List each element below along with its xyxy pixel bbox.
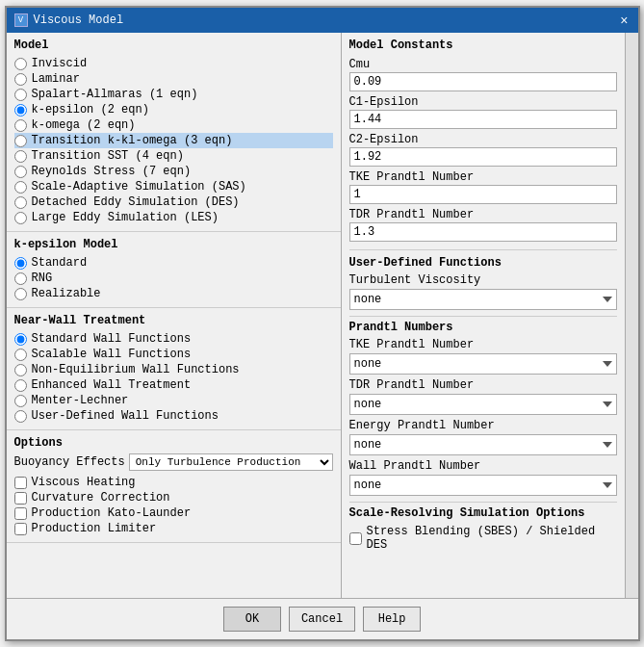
radio-noneq-wall-input[interactable] (14, 364, 27, 376)
prandtl-energy-label: Energy Prandtl Number (349, 419, 617, 432)
radio-enhanced-wall-input[interactable] (14, 379, 27, 392)
radio-sas-input[interactable] (14, 181, 27, 194)
constant-c1epsilon-input[interactable] (349, 110, 617, 129)
radio-transition-sst-input[interactable] (14, 150, 27, 163)
constant-c2epsilon-input[interactable] (349, 147, 617, 167)
turbulent-viscosity-select[interactable]: none (349, 289, 617, 310)
constant-cmu: Cmu (349, 58, 617, 91)
radio-transition-sst-label: Transition SST (4 eqn) (32, 149, 184, 163)
right-content: Model Constants Cmu C1-Epsilon C2-Epsilo… (342, 33, 638, 558)
radio-laminar-input[interactable] (14, 73, 27, 86)
radio-noneq-wall[interactable]: Non-Equilibrium Wall Functions (14, 362, 333, 377)
title-bar: V Viscous Model × (7, 8, 638, 33)
viscous-model-dialog: V Viscous Model × Model Inviscid Laminar (5, 6, 640, 641)
radio-realizable-input[interactable] (14, 288, 27, 300)
radio-standard-input[interactable] (14, 257, 27, 270)
radio-scalable-wall[interactable]: Scalable Wall Functions (14, 347, 333, 362)
help-button[interactable]: Help (363, 607, 421, 632)
close-button[interactable]: × (618, 13, 630, 27)
model-section: Model Inviscid Laminar Spalart-Allmaras … (7, 33, 341, 232)
prandtl-wall-label: Wall Prandtl Number (349, 459, 617, 473)
buoyancy-label: Buoyancy Effects (14, 455, 125, 469)
model-constants-section: Model Constants Cmu C1-Epsilon C2-Epsilo… (349, 39, 617, 242)
radio-rng-input[interactable] (14, 272, 27, 285)
prandtl-tke-select[interactable]: none (349, 353, 617, 375)
checkbox-production-limiter-input[interactable] (14, 523, 27, 535)
radio-spalart[interactable]: Spalart-Allmaras (1 eqn) (14, 87, 333, 102)
radio-transition-kklomega-input[interactable] (14, 135, 27, 147)
constant-tke-prandtl-input[interactable] (349, 185, 617, 204)
srs-stress-blending[interactable]: Stress Blending (SBES) / Shielded DES (349, 524, 617, 553)
prandtl-energy: Energy Prandtl Number none (349, 419, 617, 455)
prandtl-tdr-select[interactable]: none (349, 394, 617, 415)
prandtl-wall-select[interactable]: none (349, 475, 617, 496)
radio-spalart-input[interactable] (14, 89, 27, 101)
prandtl-tke-label: TKE Prandtl Number (349, 338, 617, 351)
radio-kepsilon[interactable]: k-epsilon (2 eqn) (14, 102, 333, 117)
srs-section-title: Scale-Resolving Simulation Options (349, 506, 617, 520)
radio-inviscid-input[interactable] (14, 58, 27, 70)
radio-standard-wall[interactable]: Standard Wall Functions (14, 331, 333, 347)
checkbox-viscous-heating[interactable]: Viscous Heating (14, 475, 333, 490)
radio-menter[interactable]: Menter-Lechner (14, 393, 333, 408)
radio-komega[interactable]: k-omega (2 eqn) (14, 117, 333, 133)
cancel-button[interactable]: Cancel (289, 607, 355, 632)
options-section-title: Options (14, 436, 333, 450)
radio-standard-wall-input[interactable] (14, 333, 27, 346)
constant-cmu-input[interactable] (349, 72, 617, 91)
checkbox-production-kato-input[interactable] (14, 507, 27, 520)
radio-scalable-wall-input[interactable] (14, 349, 27, 361)
radio-les-label: Large Eddy Simulation (LES) (32, 211, 219, 224)
model-constants-title: Model Constants (349, 39, 617, 52)
radio-standard[interactable]: Standard (14, 255, 333, 271)
checkbox-production-limiter[interactable]: Production Limiter (14, 521, 333, 536)
prandtl-section-title: Prandtl Numbers (349, 321, 617, 334)
radio-spalart-label: Spalart-Allmaras (1 eqn) (32, 88, 198, 101)
radio-rng[interactable]: RNG (14, 271, 333, 286)
checkbox-production-kato[interactable]: Production Kato-Launder (14, 505, 333, 521)
radio-menter-label: Menter-Lechner (32, 394, 129, 407)
radio-des[interactable]: Detached Eddy Simulation (DES) (14, 194, 333, 210)
checkbox-production-limiter-label: Production Limiter (32, 522, 157, 535)
constant-tdr-prandtl-input[interactable] (349, 222, 617, 242)
constant-c1epsilon: C1-Epsilon (349, 95, 617, 129)
radio-noneq-wall-label: Non-Equilibrium Wall Functions (32, 363, 240, 376)
checkbox-curvature[interactable]: Curvature Correction (14, 490, 333, 505)
checkbox-curvature-input[interactable] (14, 492, 27, 505)
radio-les-input[interactable] (14, 212, 27, 224)
radio-reynolds-input[interactable] (14, 166, 27, 178)
radio-menter-input[interactable] (14, 395, 27, 407)
radio-les[interactable]: Large Eddy Simulation (LES) (14, 210, 333, 225)
radio-udf-wall-input[interactable] (14, 410, 27, 423)
options-section: Options Buoyancy Effects Only Turbulence… (7, 430, 341, 543)
ok-button[interactable]: OK (223, 607, 281, 632)
checkbox-viscous-heating-input[interactable] (14, 477, 27, 489)
radio-enhanced-wall[interactable]: Enhanced Wall Treatment (14, 377, 333, 393)
radio-des-input[interactable] (14, 196, 27, 209)
left-panel: Model Inviscid Laminar Spalart-Allmaras … (7, 33, 342, 598)
prandtl-tdr-label: TDR Prandtl Number (349, 378, 617, 392)
radio-reynolds[interactable]: Reynolds Stress (7 eqn) (14, 164, 333, 179)
radio-enhanced-wall-label: Enhanced Wall Treatment (32, 378, 192, 392)
radio-laminar[interactable]: Laminar (14, 71, 333, 87)
nearwall-section: Near-Wall Treatment Standard Wall Functi… (7, 308, 341, 430)
radio-inviscid[interactable]: Inviscid (14, 56, 333, 71)
radio-transition-kklomega[interactable]: Transition k-kl-omega (3 eqn) (14, 133, 333, 148)
radio-realizable[interactable]: Realizable (14, 286, 333, 301)
right-panel: Model Constants Cmu C1-Epsilon C2-Epsilo… (342, 33, 638, 598)
right-scrollbar[interactable] (625, 33, 638, 598)
radio-udf-wall[interactable]: User-Defined Wall Functions (14, 408, 333, 424)
checkbox-curvature-label: Curvature Correction (32, 491, 170, 505)
constant-c2epsilon-label: C2-Epsilon (349, 133, 617, 146)
radio-scalable-wall-label: Scalable Wall Functions (32, 348, 192, 361)
prandtl-energy-select[interactable]: none (349, 434, 617, 455)
dialog-icon: V (14, 13, 28, 27)
radio-komega-input[interactable] (14, 119, 27, 132)
radio-transition-sst[interactable]: Transition SST (4 eqn) (14, 148, 333, 164)
radio-sas[interactable]: Scale-Adaptive Simulation (SAS) (14, 179, 333, 194)
radio-kepsilon-input[interactable] (14, 104, 27, 116)
buoyancy-select[interactable]: Only Turbulence Production None Full (129, 453, 333, 471)
srs-stress-blending-input[interactable] (349, 532, 362, 545)
radio-transition-kklomega-label: Transition k-kl-omega (3 eqn) (32, 134, 233, 147)
radio-kepsilon-label: k-epsilon (2 eqn) (32, 103, 149, 116)
